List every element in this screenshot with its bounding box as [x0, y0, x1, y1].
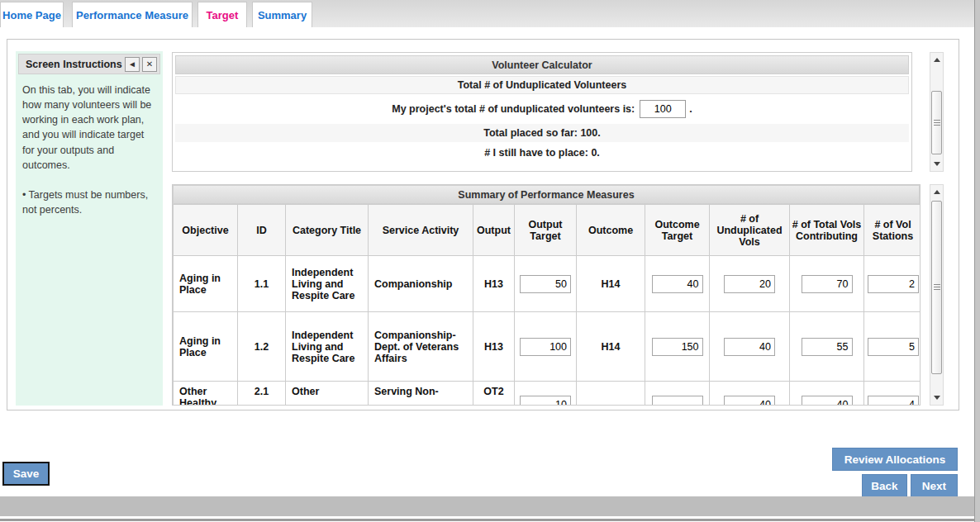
- outcome-target-input[interactable]: [652, 338, 703, 356]
- window-right-border: [974, 0, 980, 522]
- cell-output: H13: [473, 312, 515, 382]
- close-icon[interactable]: ✕: [142, 57, 157, 72]
- calculator-input-label: My project's total # of unduplicated vol…: [392, 103, 635, 115]
- cell-outcome-target: [645, 382, 710, 406]
- column-header: # of Total Vols Contributing: [790, 205, 864, 256]
- unduplicated-volunteers-input[interactable]: [640, 100, 686, 118]
- next-button[interactable]: Next: [911, 474, 958, 497]
- total-vols-input[interactable]: [802, 275, 853, 293]
- total-vols-input[interactable]: [802, 338, 853, 356]
- scroll-down-icon[interactable]: [930, 392, 943, 404]
- calculator-subtitle: Total # of Unduplicated Volunteers: [175, 76, 909, 94]
- column-header: Output Target: [515, 205, 577, 256]
- performance-measures-panel: Summary of Performance Measures Objectiv…: [172, 184, 921, 406]
- scroll-down-icon[interactable]: [930, 158, 943, 170]
- cell-output-target: [515, 256, 577, 312]
- column-header: Category Title: [286, 205, 369, 256]
- instructions-bullet: • Targets must be numbers, not percents.: [22, 187, 156, 217]
- cell-category: Other: [286, 382, 369, 406]
- undup-vols-input[interactable]: [724, 338, 775, 356]
- cell-vol-stations: [864, 382, 921, 406]
- cell-total-vols: [790, 256, 864, 312]
- total-placed-text: Total placed so far: 100.: [175, 124, 909, 142]
- column-header: Service Activity: [369, 205, 473, 256]
- content-panel: Screen Instructions ◄ ✕ On this tab, you…: [7, 39, 959, 410]
- screen-instructions-title: Screen Instructions: [26, 59, 122, 70]
- volunteer-calculator-title: Volunteer Calculator: [175, 55, 909, 74]
- cell-category: Independent Living and Respite Care: [286, 312, 369, 382]
- cell-activity: Companionship-Dept. of Veterans Affairs: [369, 312, 473, 382]
- footer-status-bar: [0, 496, 974, 516]
- cell-id: 1.1: [238, 256, 286, 312]
- tab-strip: Home Page Performance Measure Target Sum…: [0, 0, 974, 27]
- cell-activity: Serving Non-: [369, 382, 473, 406]
- tab-target[interactable]: Target: [197, 2, 247, 27]
- scroll-up-icon[interactable]: [930, 186, 943, 198]
- cell-objective: Aging in Place: [174, 312, 238, 382]
- scrollbar-thumb[interactable]: [931, 201, 942, 374]
- cell-id: 1.2: [238, 312, 286, 382]
- output-target-input[interactable]: [520, 396, 571, 406]
- column-header: Outcome: [577, 205, 645, 256]
- cell-id: 2.1: [238, 382, 286, 406]
- column-header: Objective: [174, 205, 238, 256]
- cell-output-target: [515, 382, 577, 406]
- column-header: ID: [238, 205, 286, 256]
- cell-activity: Companionship: [369, 256, 473, 312]
- cell-outcome: H14: [577, 256, 645, 312]
- screen-instructions-body: On this tab, you will indicate how many …: [16, 74, 163, 225]
- calculator-scrollbar[interactable]: [930, 52, 944, 172]
- screen-instructions-header: Screen Instructions ◄ ✕: [18, 54, 160, 74]
- scroll-up-icon[interactable]: [930, 54, 943, 66]
- review-allocations-button[interactable]: Review Allocations: [832, 448, 958, 471]
- performance-measures-table: ObjectiveIDCategory TitleService Activit…: [173, 204, 921, 406]
- cell-category: Independent Living and Respite Care: [286, 256, 369, 312]
- vol-stations-input[interactable]: [868, 275, 919, 293]
- tab-summary[interactable]: Summary: [252, 2, 312, 27]
- cell-outcome: [577, 382, 645, 406]
- performance-measures-title: Summary of Performance Measures: [173, 185, 920, 204]
- cell-objective: Aging in Place: [174, 256, 238, 312]
- table-scrollbar[interactable]: [930, 184, 944, 406]
- cell-outcome: H14: [577, 312, 645, 382]
- cell-undup-vols: [710, 312, 790, 382]
- vol-stations-input[interactable]: [868, 338, 919, 356]
- column-header: Output: [473, 205, 515, 256]
- outcome-target-input[interactable]: [652, 396, 703, 406]
- vol-stations-input[interactable]: [868, 396, 919, 406]
- window-bottom-border: [0, 519, 980, 521]
- column-header: Outcome Target: [645, 205, 710, 256]
- tab-home-page[interactable]: Home Page: [0, 2, 64, 27]
- table-row: Aging in Place1.2Independent Living and …: [174, 312, 921, 382]
- column-header: # of Vol Stations: [864, 205, 921, 256]
- tab-performance-measure[interactable]: Performance Measure: [72, 2, 193, 27]
- cell-output-target: [515, 312, 577, 382]
- outcome-target-input[interactable]: [652, 275, 703, 293]
- column-header: # of Unduplicated Vols: [710, 205, 790, 256]
- cell-vol-stations: [864, 256, 921, 312]
- collapse-panel-icon[interactable]: ◄: [125, 57, 140, 72]
- total-vols-input[interactable]: [802, 396, 853, 406]
- output-target-input[interactable]: [520, 275, 571, 293]
- still-to-place-text: # I still have to place: 0.: [175, 144, 909, 162]
- cell-objective: Other Healthy: [174, 382, 238, 406]
- undup-vols-input[interactable]: [724, 396, 775, 406]
- undup-vols-input[interactable]: [724, 275, 775, 293]
- cell-vol-stations: [864, 312, 921, 382]
- screen-instructions-panel: Screen Instructions ◄ ✕ On this tab, you…: [16, 51, 163, 406]
- table-row: Aging in Place1.1Independent Living and …: [174, 256, 921, 312]
- cell-undup-vols: [710, 256, 790, 312]
- cell-outcome-target: [645, 312, 710, 382]
- save-button[interactable]: Save: [2, 462, 50, 486]
- application-window: Home Page Performance Measure Target Sum…: [0, 0, 980, 522]
- output-target-input[interactable]: [520, 338, 571, 356]
- cell-undup-vols: [710, 382, 790, 406]
- cell-total-vols: [790, 382, 864, 406]
- calculator-input-suffix: .: [689, 103, 692, 115]
- cell-output: H13: [473, 256, 515, 312]
- instructions-text: On this tab, you will indicate how many …: [22, 83, 156, 173]
- volunteer-calculator-panel: Volunteer Calculator Total # of Unduplic…: [172, 52, 912, 172]
- back-button[interactable]: Back: [862, 474, 907, 497]
- calculator-input-row: My project's total # of unduplicated vol…: [175, 96, 909, 122]
- scrollbar-thumb[interactable]: [931, 91, 942, 154]
